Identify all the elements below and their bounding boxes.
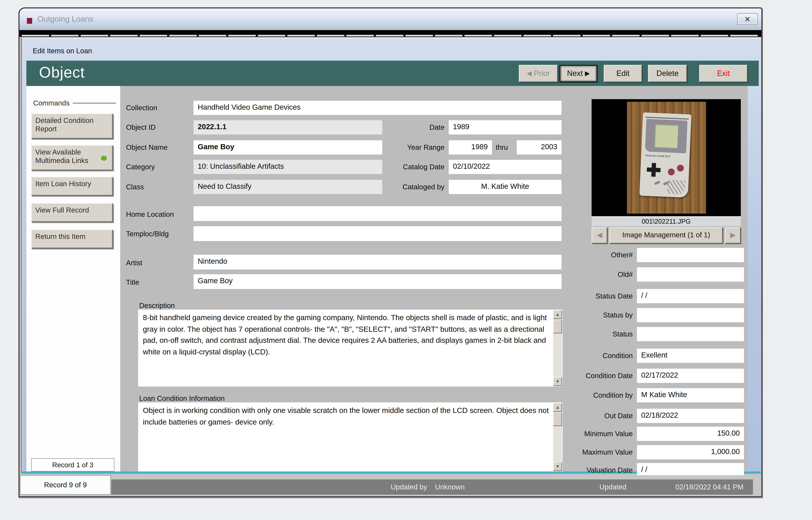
exit-button[interactable]: Exit	[699, 65, 748, 82]
close-icon: ✕	[745, 15, 750, 23]
object-form: Commands Detailed Condition Report View …	[26, 86, 748, 471]
object-name-label: Object Name	[126, 144, 167, 151]
collection-label: Collection	[126, 104, 157, 112]
status-bar: Record 9 of 9 Updated by Unknown Updated…	[20, 475, 761, 496]
image-management-button[interactable]: Image Management (1 of 1)	[610, 227, 723, 244]
return-this-item-button[interactable]: Return this Item	[31, 229, 113, 249]
valuation-date-field[interactable]: / /	[637, 463, 744, 475]
loan-condition-label: Loan Condition Information	[139, 394, 225, 402]
year-range-thru-label: thru	[496, 144, 508, 151]
condition-by-field[interactable]: M Katie White	[637, 388, 744, 402]
next-icon: ▶	[585, 70, 590, 77]
edit-button[interactable]: Edit	[604, 65, 642, 82]
gameboy-speaker-grille	[667, 180, 685, 194]
scroll-up-icon[interactable]: ▲	[553, 403, 562, 412]
status-date-label: Status Date	[553, 292, 633, 300]
gameboy-illustration: Nintendo GAME BOY	[640, 112, 692, 198]
record-counter: Record 9 of 9	[20, 475, 111, 495]
category-label: Category	[126, 163, 155, 171]
next-button[interactable]: Next ▶	[560, 65, 597, 82]
outgoing-loans-window: Outgoing Loans ✕ Edit Items on Loan Obje…	[19, 7, 762, 497]
loan-condition-text: Object is in working condition with only…	[143, 405, 550, 428]
old-number-label: Old#	[553, 270, 633, 279]
condition-by-label: Condition by	[553, 391, 633, 399]
artist-field[interactable]: Nintendo	[193, 255, 562, 269]
edit-items-title: Edit Items on Loan	[33, 47, 92, 55]
collection-field[interactable]: Handheld Video Game Devices	[193, 101, 562, 115]
maximum-value-label: Maximum Value	[553, 448, 633, 456]
temploc-bldg-label: Temploc/Bldg	[126, 230, 169, 238]
image-next-icon: ▶	[730, 231, 735, 239]
minimum-value-label: Minimum Value	[553, 430, 633, 438]
condition-date-label: Condition Date	[553, 372, 633, 380]
gameboy-a-button	[677, 164, 684, 172]
object-id-field[interactable]: 2022.1.1	[193, 120, 382, 134]
year-range-from-field[interactable]: 1989	[449, 140, 492, 155]
updated-label: Updated	[599, 479, 626, 495]
gameboy-select-button	[654, 181, 660, 185]
updated-value: 02/18/2022 04:41 PM	[675, 479, 743, 495]
commands-heading: Commands	[33, 99, 70, 107]
status-date-field[interactable]: / /	[637, 289, 744, 303]
description-textarea[interactable]: 8-bit handheld gameing device created by…	[138, 310, 563, 387]
minimum-value-field[interactable]: 150.00	[637, 427, 744, 441]
description-label: Description	[139, 302, 175, 310]
temploc-bldg-field[interactable]	[193, 226, 562, 241]
app-icon	[27, 18, 32, 24]
view-multimedia-links-button[interactable]: View Available Multimedia Links	[31, 145, 113, 170]
commands-rule	[73, 103, 116, 103]
out-date-field[interactable]: 02/18/2022	[637, 409, 744, 423]
detailed-condition-report-button[interactable]: Detailed Condition Report	[31, 113, 113, 139]
condition-field[interactable]: Exellent	[637, 348, 744, 363]
home-location-field[interactable]	[193, 206, 562, 221]
other-number-label: Other#	[553, 251, 633, 259]
condition-label: Condition	[553, 352, 633, 360]
title-field[interactable]: Game Boy	[193, 274, 562, 289]
commands-sidebar: Commands Detailed Condition Report View …	[26, 86, 120, 471]
condition-date-field[interactable]: 02/17/2022	[637, 369, 744, 383]
gameboy-lcd	[654, 124, 678, 148]
status-label: Status	[553, 330, 633, 338]
multimedia-available-indicator	[101, 156, 107, 161]
image-prev-button[interactable]: ◀	[592, 227, 607, 244]
gameboy-dpad	[647, 163, 661, 177]
screen: Outgoing Loans ✕ Edit Items on Loan Obje…	[0, 0, 812, 520]
date-label: Date	[402, 123, 444, 131]
item-loan-history-button[interactable]: Item Loan History	[31, 177, 113, 196]
cataloged-by-label: Cataloged by	[392, 183, 444, 191]
image-next-button[interactable]: ▶	[725, 227, 741, 244]
catalog-date-field[interactable]: 02/10/2022	[449, 160, 562, 174]
status-field[interactable]	[637, 327, 744, 341]
class-field[interactable]: Need to Classify	[193, 180, 382, 194]
focus-outline	[561, 67, 596, 81]
window-titlebar[interactable]: Outgoing Loans ✕	[20, 8, 761, 28]
edit-items-window: Edit Items on Loan Object ◀ Prior Next ▶…	[21, 38, 761, 474]
status-by-field[interactable]	[637, 308, 744, 322]
date-field[interactable]: 1989	[449, 120, 562, 134]
image-filename: 001\202211.JPG	[592, 216, 741, 226]
object-id-label: Object ID	[126, 123, 156, 131]
category-field[interactable]: 10: Unclassifiable Artifacts	[193, 160, 382, 174]
delete-button[interactable]: Delete	[648, 65, 687, 82]
prior-button[interactable]: ◀ Prior	[519, 65, 558, 82]
old-number-field[interactable]	[637, 267, 744, 282]
toolbar-strip	[20, 30, 761, 37]
status-by-label: Status by	[553, 311, 633, 319]
object-name-field[interactable]: Game Boy	[193, 140, 382, 155]
close-button[interactable]: ✕	[737, 13, 758, 25]
out-date-label: Out Date	[553, 412, 633, 420]
year-range-to-field[interactable]: 2003	[517, 140, 562, 155]
year-range-label: Year Range	[392, 144, 444, 151]
updated-by-value: Unknown	[435, 479, 465, 495]
title-label: Title	[126, 279, 139, 286]
loan-condition-textarea[interactable]: Object is in working condition with only…	[138, 402, 563, 471]
sidebar-record-counter: Record 1 of 3	[31, 458, 114, 471]
maximum-value-field[interactable]: 1,000.00	[637, 445, 744, 459]
object-photo-panel: Nintendo GAME BOY	[592, 99, 741, 216]
prior-icon: ◀	[527, 70, 532, 77]
other-number-field[interactable]	[637, 248, 744, 262]
cataloged-by-field[interactable]: M. Katie White	[449, 180, 562, 194]
class-label: Class	[126, 183, 144, 191]
toolbar-ticks	[22, 35, 759, 36]
view-full-record-button[interactable]: View Full Record	[31, 203, 113, 222]
